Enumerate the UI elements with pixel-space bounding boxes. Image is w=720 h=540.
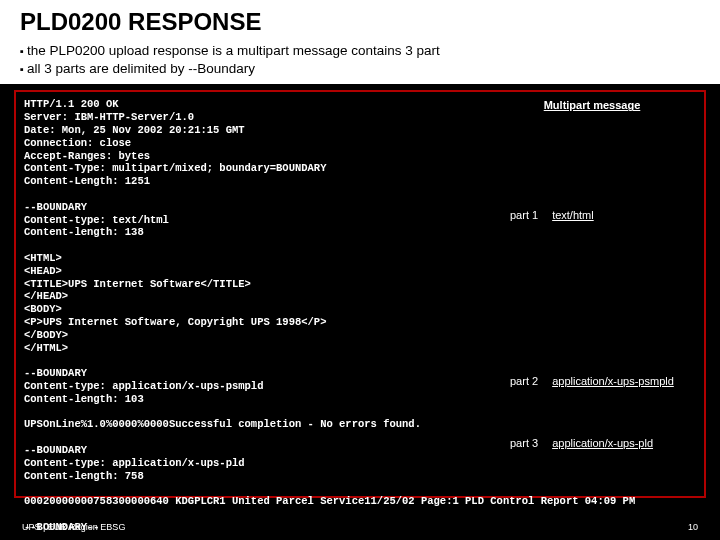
part-number: part 1 [510,209,538,221]
label-multipart-header: Multipart message [502,94,682,116]
label-text: Multipart message [544,99,641,111]
bullet-area: the PLP0200 upload response is a multipa… [0,42,720,84]
part-type: text/html [552,209,594,221]
part-type: application/x-ups-pld [552,437,653,449]
part-type: application/x-ups-psmpld [552,375,674,387]
label-part-3: part 3 application/x-ups-pld [502,432,682,454]
part-number: part 2 [510,375,538,387]
http-response-code: HTTP/1.1 200 OK Server: IBM-HTTP-Server/… [24,98,696,533]
label-part-2: part 2 application/x-ups-psmpld [502,370,682,392]
footer-left: UPS | EUR Region EBSG [22,522,125,532]
code-container: HTTP/1.1 200 OK Server: IBM-HTTP-Server/… [14,90,706,498]
bullet-item: all 3 parts are delimited by --Boundary [20,60,700,78]
footer-page-number: 10 [688,522,698,532]
bullet-item: the PLP0200 upload response is a multipa… [20,42,700,60]
part-number: part 3 [510,437,538,449]
label-part-1: part 1 text/html [502,204,682,226]
footer: UPS | EUR Region EBSG 10 [0,522,720,532]
slide-title: PLD0200 RESPONSE [0,0,720,42]
